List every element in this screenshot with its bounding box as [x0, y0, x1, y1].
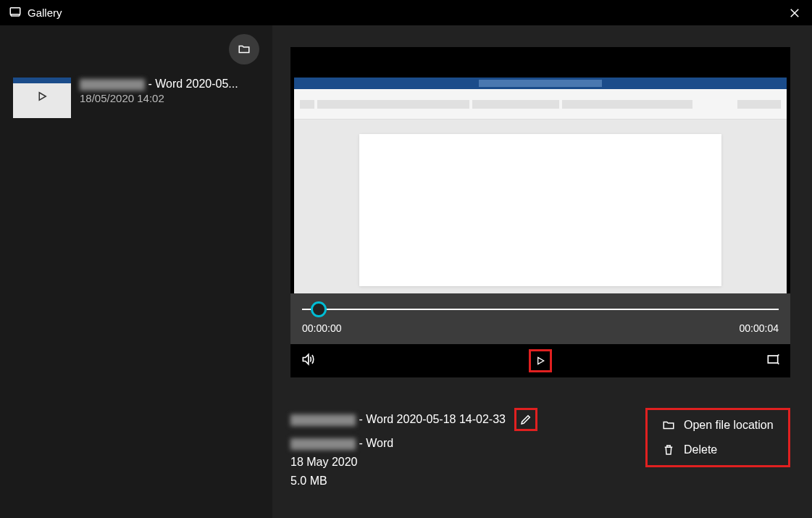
- scrubber[interactable]: 00:00:00 00:00:04: [290, 293, 790, 344]
- duration: 00:00:04: [740, 322, 779, 334]
- recording-title: - Word 2020-05...: [80, 78, 238, 91]
- fullscreen-icon[interactable]: [766, 352, 780, 369]
- recording-date: 18/05/2020 14:02: [80, 92, 238, 104]
- rename-button[interactable]: [514, 408, 537, 431]
- open-file-location-button[interactable]: Open file location: [662, 419, 774, 432]
- current-time: 00:00:00: [302, 322, 342, 334]
- recording-thumbnail: [13, 78, 71, 118]
- video-player: 00:00:00 00:00:04: [290, 47, 790, 377]
- svg-rect-0: [10, 7, 20, 14]
- file-date: 18 May 2020: [290, 456, 537, 469]
- svg-rect-1: [768, 356, 777, 363]
- close-button[interactable]: [786, 4, 803, 22]
- play-icon: [35, 90, 49, 106]
- scrubber-handle[interactable]: [311, 301, 327, 317]
- sidebar: - Word 2020-05... 18/05/2020 14:02: [0, 25, 272, 518]
- recording-list-item[interactable]: - Word 2020-05... 18/05/2020 14:02: [13, 78, 259, 118]
- play-button[interactable]: [529, 349, 552, 372]
- file-size: 5.0 MB: [290, 475, 537, 488]
- volume-icon[interactable]: [301, 352, 315, 369]
- main-panel: 00:00:00 00:00:04 - Word 2020-05-18: [272, 25, 812, 518]
- window-header: Gallery: [0, 0, 812, 25]
- window-title: Gallery: [28, 7, 62, 19]
- file-name: - Word 2020-05-18 14-02-33: [290, 413, 506, 426]
- open-folder-button[interactable]: [229, 34, 259, 64]
- delete-button[interactable]: Delete: [662, 443, 774, 456]
- app-name: - Word: [290, 437, 537, 450]
- file-actions: Open file location Delete: [645, 408, 790, 467]
- gallery-icon: [9, 5, 22, 21]
- video-frame[interactable]: [290, 47, 790, 293]
